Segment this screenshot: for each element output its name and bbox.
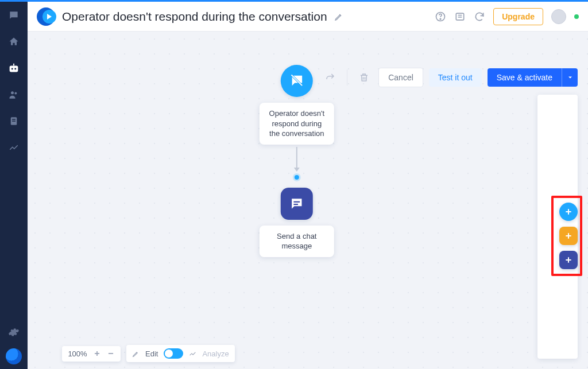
- test-button[interactable]: Test it out: [429, 68, 482, 87]
- zoom-in-icon[interactable]: [93, 349, 101, 358]
- left-navigation-rail: [0, 2, 28, 369]
- flow-edge: [294, 147, 300, 180]
- svg-point-4: [11, 91, 14, 94]
- svg-rect-7: [12, 119, 16, 120]
- palette-add-condition-button[interactable]: [559, 227, 578, 245]
- nav-bot-icon[interactable]: [6, 60, 22, 76]
- edge-add-dot-icon[interactable]: [295, 175, 299, 180]
- save-dropdown-icon[interactable]: [562, 68, 578, 87]
- mode-toggle[interactable]: [164, 348, 183, 359]
- toolbar-divider: [347, 69, 347, 86]
- palette-add-trigger-button[interactable]: [559, 203, 578, 221]
- svg-point-1: [11, 68, 13, 69]
- nav-home-icon[interactable]: [6, 34, 22, 50]
- flow-diagram: Operator doesn't respond during the conv…: [251, 65, 343, 257]
- svg-rect-17: [293, 204, 298, 205]
- zoom-value: 100%: [68, 349, 87, 358]
- brand-logo-icon[interactable]: [6, 348, 22, 364]
- trigger-node-icon[interactable]: [281, 65, 313, 97]
- zoom-control: 100%: [62, 346, 121, 362]
- flow-canvas[interactable]: Cancel Test it out Save & activate Opera…: [28, 32, 588, 369]
- svg-rect-3: [13, 64, 14, 66]
- refresh-icon[interactable]: [474, 11, 485, 22]
- nav-settings-icon[interactable]: [6, 324, 22, 340]
- analyze-mode-label: Analyze: [202, 349, 229, 358]
- help-icon[interactable]: [435, 11, 446, 22]
- trigger-node-label[interactable]: Operator doesn't respond during the conv…: [260, 103, 334, 145]
- action-node-icon[interactable]: [281, 188, 313, 220]
- nav-audience-icon[interactable]: [6, 87, 22, 103]
- top-bar: Operator doesn't respond during the conv…: [28, 2, 588, 32]
- palette-add-action-button[interactable]: [559, 251, 578, 269]
- page-title: Operator doesn't respond during the conv…: [62, 10, 327, 24]
- edit-mode-icon: [132, 350, 140, 358]
- news-icon[interactable]: [454, 11, 466, 22]
- nav-analytics-icon[interactable]: [6, 139, 22, 156]
- analyze-mode-icon: [189, 350, 196, 358]
- svg-rect-8: [12, 121, 16, 122]
- svg-point-5: [14, 92, 17, 95]
- presence-indicator-icon: [574, 14, 579, 19]
- save-activate-button[interactable]: Save & activate: [488, 68, 562, 87]
- canvas-bottom-bar: 100% Edit Analyze: [62, 345, 235, 362]
- mode-switch: Edit Analyze: [126, 345, 235, 362]
- svg-rect-0: [10, 65, 18, 72]
- nav-conversations-icon[interactable]: [6, 7, 22, 24]
- action-node-label[interactable]: Send a chat message: [260, 226, 334, 257]
- cancel-button[interactable]: Cancel: [378, 68, 423, 87]
- app-logo-icon[interactable]: [37, 7, 55, 26]
- user-avatar[interactable]: [551, 9, 566, 24]
- svg-rect-16: [293, 201, 300, 202]
- delete-icon[interactable]: [355, 69, 373, 86]
- svg-point-2: [14, 68, 16, 69]
- upgrade-button[interactable]: Upgrade: [493, 8, 543, 25]
- nav-docs-icon[interactable]: [6, 113, 22, 129]
- svg-point-10: [440, 18, 441, 20]
- zoom-out-icon[interactable]: [107, 349, 115, 358]
- edit-mode-label: Edit: [145, 349, 158, 358]
- edit-title-icon[interactable]: [334, 12, 343, 21]
